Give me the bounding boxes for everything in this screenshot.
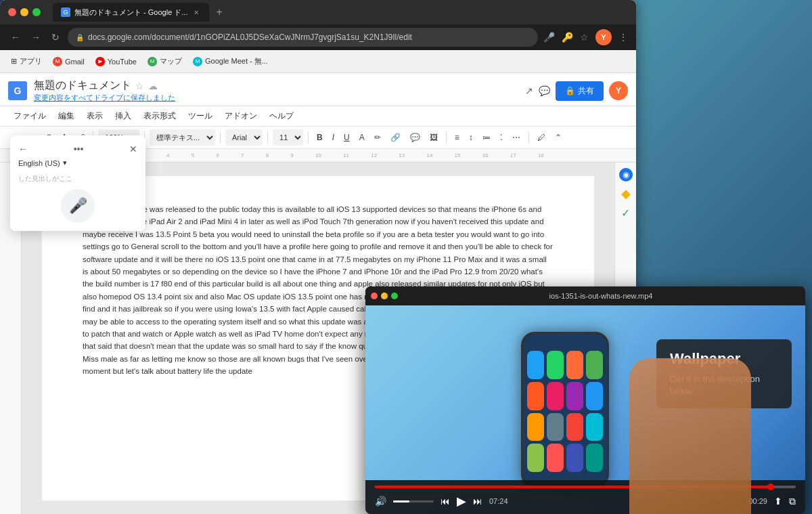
mic-icon[interactable]: 🎤 [543,32,555,43]
bold-button[interactable]: B [313,131,326,144]
play-button[interactable]: ▶ [457,494,466,509]
menu-format[interactable]: 表示形式 [138,108,181,125]
video-filename: ios-1351-is-out-whats-new.mp4 [402,292,800,300]
italic-button[interactable]: I [329,131,338,144]
url-text: docs.google.com/document/d/1nGOPiZAL0J5D… [88,33,530,42]
paint-button[interactable]: 🖊 [534,131,549,144]
star-icon[interactable]: ☆ [135,81,144,91]
share-video-icon[interactable]: ⬆ [774,496,782,507]
menu-icon[interactable]: ⋮ [618,32,628,43]
ruler-mark: 8 [266,152,269,158]
style-select[interactable]: 標準テキス... [150,129,215,146]
maps-bookmark[interactable]: M マップ [143,54,186,68]
lock-icon: 🔒 [76,34,84,41]
share-button[interactable]: 🔒 共有 [556,81,604,101]
youtube-bookmark[interactable]: ▶ YouTube [91,55,141,68]
app-12 [547,444,564,472]
menu-file[interactable]: ファイル [8,108,51,125]
docs-user-avatar[interactable]: Y [609,81,628,100]
meet-icon: M [193,57,202,66]
mic-button[interactable]: 🎤 [61,189,95,223]
docs-header-actions: ↗ 💬 🔒 共有 Y [525,81,628,101]
back-arrow-icon[interactable]: ← [18,144,28,154]
size-select[interactable]: 11 [273,129,303,146]
back-button[interactable]: ← [8,29,23,45]
video-close-button[interactable] [371,293,378,299]
bullet-button[interactable]: ⁚ [497,131,506,144]
highlight-button[interactable]: ✏ [371,131,384,144]
separator-5 [308,131,309,144]
refresh-button[interactable]: ↻ [49,29,62,45]
volume-fill [393,500,409,502]
user-avatar[interactable]: Y [595,29,612,45]
popup-close-button[interactable]: ✕ [129,144,137,154]
bookmark-star-icon[interactable]: ☆ [580,32,589,43]
app-14 [586,444,603,472]
cloud-icon: ☁ [148,81,158,91]
tab-title: 無題のドキュメント - Google ド... [74,7,187,18]
ruler-mark: 10 [315,152,321,158]
menu-insert[interactable]: 挿入 [110,108,137,125]
trending-icon[interactable]: ↗ [525,85,533,96]
menu-view[interactable]: 表示 [81,108,108,125]
browser-titlebar: G 無題のドキュメント - Google ド... ✕ + [0,0,636,24]
voice-hint-text: した見出しがここ [18,174,137,184]
active-tab[interactable]: G 無題のドキュメント - Google ド... ✕ [53,3,209,22]
comment-icon[interactable]: 💬 [539,85,550,96]
app-whatsapp [547,351,564,379]
menu-edit[interactable]: 編集 [53,108,80,125]
menu-help[interactable]: ヘルプ [264,108,299,125]
url-bar[interactable]: 🔒 docs.google.com/document/d/1nGOPiZAL0J… [68,28,538,47]
forward-button[interactable]: → [28,29,43,45]
align-button[interactable]: ≡ [451,131,463,144]
app-6 [586,382,603,410]
forward-button[interactable]: ⏭ [473,496,482,507]
ruler-mark: 18 [538,152,544,158]
sidebar-explore-icon[interactable]: ◉ [619,168,633,181]
gmail-bookmark[interactable]: M Gmail [49,55,89,68]
expand-button[interactable]: ⌃ [551,131,565,144]
app-9 [566,413,583,442]
new-tab-button[interactable]: + [212,6,226,18]
underline-button[interactable]: U [340,131,353,144]
app-13 [566,444,583,472]
traffic-lights [8,8,41,16]
maximize-button[interactable] [32,8,41,16]
language-label: English (US) [18,159,60,167]
video-player: ios-1351-is-out-whats-new.mp4 [365,286,805,514]
list-button[interactable]: ≔ [479,131,494,144]
close-button[interactable] [8,8,16,16]
sidebar-keep-icon[interactable]: ◆ [619,187,633,200]
document-title[interactable]: 無題のドキュメント [34,79,131,93]
rewind-button[interactable]: ⏮ [441,496,450,507]
sidebar-tasks-icon[interactable]: ✓ [619,206,633,219]
font-color-button[interactable]: A [356,131,368,144]
volume-slider[interactable] [393,500,434,502]
font-select[interactable]: Arial [225,129,263,146]
image-button[interactable]: 🖼 [426,131,441,144]
apps-button[interactable]: ⊞ アプリ [7,54,46,68]
video-maximize-button[interactable] [391,293,398,299]
separator-4 [267,131,268,144]
video-minimize-button[interactable] [381,293,388,299]
ruler-mark: 17 [510,152,516,158]
popup-dots-menu[interactable]: ••• [74,144,84,154]
menu-tools[interactable]: ツール [183,108,218,125]
more-button[interactable]: ⋯ [509,131,524,144]
app-1 [566,351,583,379]
line-spacing-button[interactable]: ↕ [466,131,476,144]
app-8 [547,413,564,442]
tab-close-icon[interactable]: ✕ [191,7,201,17]
menu-addons[interactable]: アドオン [219,108,263,125]
meet-bookmark[interactable]: M Google Meet - 無... [189,54,272,68]
docs-title-row: 無題のドキュメント ☆ ☁ [34,79,175,93]
comment-button[interactable]: 💬 [407,131,424,144]
link-button[interactable]: 🔗 [387,131,404,144]
volume-icon[interactable]: 🔊 [375,496,386,507]
key-icon[interactable]: 🔑 [562,32,573,43]
minimize-button[interactable] [20,8,28,16]
voice-language-selector[interactable]: English (US) ▾ [18,158,137,167]
pip-button[interactable]: ⧉ [789,496,796,507]
save-status[interactable]: 変更内容をすべてドライブに保存しました [34,93,175,103]
separator-3 [220,131,221,144]
